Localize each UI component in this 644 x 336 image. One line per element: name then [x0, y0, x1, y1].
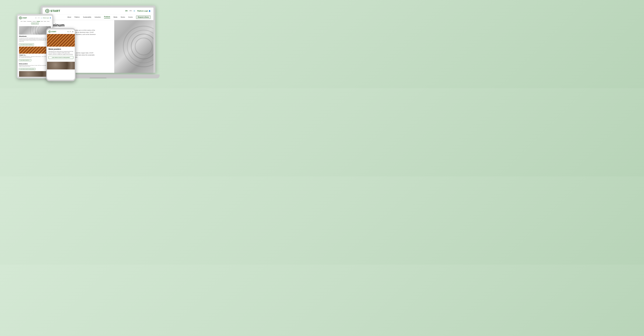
nav-media[interactable]: Media [114, 16, 117, 18]
tablet-logo-icon [19, 16, 22, 19]
laptop-notch [90, 78, 106, 78]
tablet-header-right: EN | FR | in Platform Login 👤 [35, 17, 51, 18]
tablet-nav-demo-button[interactable]: Request a Demo [31, 23, 39, 24]
tablet-header: START EN | FR | in Platform Login 👤 [18, 16, 52, 20]
nav-stories[interactable]: Stories [121, 16, 125, 18]
tablet-lang-en[interactable]: EN [35, 18, 36, 18]
phone-logo-icon [48, 30, 51, 33]
tablet-lang-fr[interactable]: FR [38, 18, 40, 18]
phone-powders-title: Metal powders [48, 48, 73, 50]
laptop-header: START EN | FR | in Platform Login 👤 [42, 8, 154, 14]
lang-en[interactable]: EN [125, 10, 128, 12]
phone-device: START EN | FR ≡ [46, 28, 76, 81]
tablet-user-icon: 👤 [50, 17, 51, 18]
phone-brand-name: START [51, 31, 56, 32]
laptop-nav: About Platform Sustainability Industries… [42, 14, 154, 20]
laptop-platform-login[interactable]: Platform Login 👤 [137, 10, 151, 12]
tablet-nav-platform[interactable]: Platform [24, 21, 26, 22]
nav-about[interactable]: About [68, 16, 71, 18]
phone-content: Metal powders Manufactured from high-pur… [47, 34, 75, 70]
tablet-nav-sustainability[interactable]: Sustainability [27, 21, 32, 22]
tablet-li-icon: in [41, 18, 42, 18]
tablet-nav-events[interactable]: Events [47, 21, 50, 22]
linkedin-icon[interactable]: in [134, 10, 135, 12]
tablet-lang-sep2: | [40, 18, 40, 18]
laptop-aluminum-title: Aluminum [45, 23, 112, 28]
phone-powders-image [47, 62, 75, 70]
phone-screen: START EN | FR ≡ [47, 30, 75, 80]
tablet-nav: About Platform Sustainability Industries… [18, 20, 52, 25]
tablet-platform-login[interactable]: Platform Login [43, 18, 49, 18]
nav-platform[interactable]: Platform [74, 16, 80, 18]
phone-header: START EN | FR ≡ [47, 30, 75, 34]
phone-body: START EN | FR ≡ [46, 28, 76, 81]
tablet-nav-industries[interactable]: Industries [32, 21, 36, 22]
tablet-logo[interactable]: START [19, 16, 27, 19]
scene: START EN | FR | in Platform Login 👤 [6, 6, 156, 82]
phone-copper-image [47, 34, 75, 46]
phone-lang-en[interactable]: EN [67, 31, 69, 32]
tablet-copper-cta[interactable]: Learn what we track for c... [19, 59, 31, 61]
laptop-aluminum-image [114, 20, 154, 73]
tablet-nav-stories[interactable]: Stories [44, 21, 46, 22]
tablet-aluminum-cta[interactable]: Learn what we track for aluminium [19, 44, 34, 46]
laptop-lang-switcher: EN | FR | in [125, 10, 135, 12]
lang-sep1: | [128, 10, 129, 12]
laptop-logo[interactable]: START [45, 9, 60, 13]
nav-products[interactable]: Products [104, 16, 110, 18]
phone-text-section: Metal powders Manufactured from high-pur… [47, 46, 75, 62]
tablet-nav-products[interactable]: Products [37, 21, 40, 22]
laptop-brand-name: START [50, 10, 60, 12]
phone-lang-fr[interactable]: FR [70, 31, 71, 32]
phone-header-right: EN | FR ≡ [67, 30, 73, 33]
tablet-nav-about[interactable]: About [20, 21, 22, 22]
nav-demo-button[interactable]: Request a Demo [136, 16, 151, 19]
phone-lang-sep: | [69, 31, 70, 32]
nav-events[interactable]: Events [128, 16, 133, 18]
tablet-lang-sep: | [37, 18, 38, 18]
tablet-brand-name: START [22, 17, 27, 19]
tablet-nav-media[interactable]: Media [41, 21, 43, 22]
phone-powders-cta[interactable]: Learn what we track for metal powders [48, 56, 73, 59]
start-logo-icon [45, 9, 49, 13]
phone-hamburger-icon[interactable]: ≡ [72, 30, 73, 33]
tablet-powders-cta[interactable]: Learn what we track for metal powders [19, 68, 36, 70]
phone-powders-desc: Manufactured from high-purity iron produ… [48, 51, 73, 55]
user-icon: 👤 [149, 10, 151, 12]
nav-industries[interactable]: Industries [95, 16, 101, 18]
lang-fr[interactable]: FR [130, 10, 132, 12]
nav-sustainability[interactable]: Sustainability [83, 16, 91, 18]
phone-lang-switcher: EN | FR [67, 31, 71, 32]
phone-logo[interactable]: START [48, 30, 56, 33]
laptop-header-right: EN | FR | in Platform Login 👤 [125, 10, 151, 12]
lang-sep2: | [132, 10, 133, 12]
